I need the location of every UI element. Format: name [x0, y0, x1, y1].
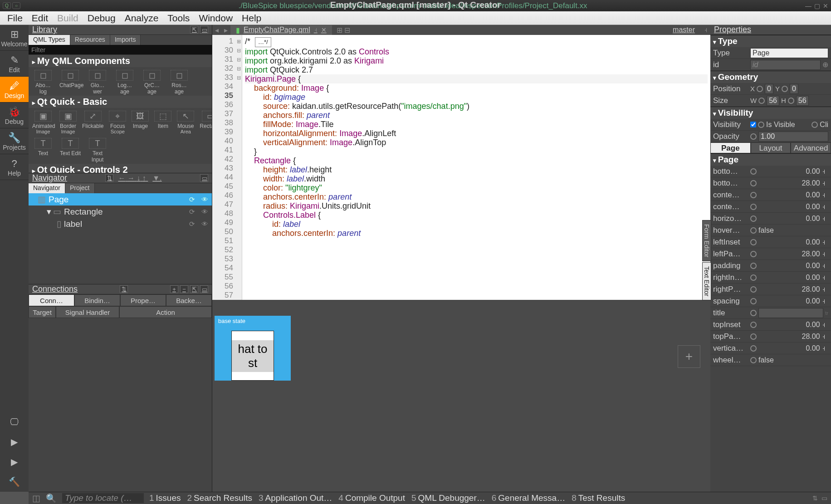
doc-back-icon[interactable]: ◂: [212, 26, 221, 34]
prop-id-input[interactable]: id: [750, 60, 821, 70]
library-item[interactable]: ◻ChatPage: [59, 70, 81, 95]
state-thumbnail[interactable]: base state hat to st: [215, 316, 291, 381]
doc-bookmark-icon[interactable]: ⊞: [337, 26, 342, 34]
prop-type-value[interactable]: Page: [750, 48, 828, 58]
prop-spin-input[interactable]: 28.00 ⫞: [758, 285, 828, 294]
prop-x-input[interactable]: 0: [765, 84, 773, 94]
export-icon[interactable]: ⊕: [822, 60, 828, 69]
visibility-toggle-icon[interactable]: 👁: [201, 208, 208, 216]
library-item[interactable]: ⬚Item: [154, 111, 171, 134]
connections-header[interactable]: Action: [119, 306, 212, 318]
output-pane-general-messa-[interactable]: 6 General Messa…: [492, 493, 565, 503]
navigator-item-label[interactable]: ▯label⟳👁: [29, 218, 212, 230]
connections-sort-icon[interactable]: ⇅: [120, 285, 128, 293]
mode-edit[interactable]: ✎Edit: [0, 51, 29, 77]
prop-spin-input[interactable]: 0.00 ⫞: [758, 238, 828, 246]
library-tab-qml-types[interactable]: QML Types: [29, 35, 70, 45]
export-toggle-icon[interactable]: ⟳: [189, 208, 195, 216]
navigator-up-icon[interactable]: ↑: [142, 174, 146, 182]
library-section[interactable]: Qt Quick - Controls 2: [29, 164, 212, 173]
library-close-icon[interactable]: ▭: [200, 26, 208, 34]
library-item[interactable]: ▣AnimatedImage: [32, 111, 54, 134]
library-item[interactable]: ↖MouseArea: [177, 111, 194, 134]
run-debug-icon[interactable]: ▶: [9, 452, 20, 472]
connections-remove-icon[interactable]: −: [180, 285, 188, 293]
export-toggle-icon[interactable]: ⟳: [189, 220, 195, 228]
run-icon[interactable]: ▶: [9, 432, 20, 452]
search-icon[interactable]: 🔍: [46, 493, 57, 504]
mode-projects[interactable]: 🔧Projects: [0, 128, 29, 154]
prop-spin-input[interactable]: 0.00 ⫞: [758, 297, 828, 305]
library-item[interactable]: ▭Rectangle: [200, 111, 212, 134]
titlebar-pin[interactable]: ○: [12, 2, 20, 9]
target-selector-icon[interactable]: 🖵: [9, 412, 20, 432]
prop-spin-input[interactable]: 0.00 ⫞: [758, 274, 828, 282]
navigator-sort-icon[interactable]: ⇅: [105, 174, 113, 182]
tab-navigator[interactable]: Navigator: [29, 183, 65, 193]
output-pane-issues[interactable]: 1 Issues: [149, 493, 181, 503]
doc-forward-icon[interactable]: ▸: [221, 26, 230, 34]
prop-spin-input[interactable]: 0.00 ⫞: [758, 191, 828, 199]
library-item[interactable]: ◻Ros…age: [168, 70, 190, 95]
section-visibility[interactable]: Visibility: [710, 107, 831, 119]
library-section[interactable]: My QML Components: [29, 55, 212, 67]
prop-spin-input[interactable]: 0.00 ⫞: [758, 344, 828, 352]
prop-spin-input[interactable]: 28.00 ⫞: [758, 250, 828, 258]
menu-file[interactable]: File: [4, 13, 26, 24]
connections-tab[interactable]: Backe…: [166, 294, 212, 306]
library-item[interactable]: ⤢Flickable: [82, 111, 103, 134]
navigator-right-icon[interactable]: →: [127, 174, 135, 182]
subtab-page[interactable]: Page: [710, 142, 751, 153]
export-toggle-icon[interactable]: ⟳: [189, 196, 195, 204]
connections-header[interactable]: Signal Handler: [56, 306, 119, 318]
visibility-toggle-icon[interactable]: 👁: [201, 196, 208, 204]
statusbar-progress-icon[interactable]: ▭: [821, 494, 827, 502]
statusbar-updown-icon[interactable]: ⇅: [812, 494, 818, 502]
library-item[interactable]: ⌖FocusScope: [109, 111, 126, 134]
prop-h-input[interactable]: 56: [796, 96, 809, 106]
connections-detach-icon[interactable]: ⇱: [190, 285, 198, 293]
connections-tab[interactable]: Prope…: [120, 294, 166, 306]
vcs-branch[interactable]: master: [666, 26, 701, 34]
is-visible-checkbox[interactable]: [750, 122, 756, 127]
connections-tab[interactable]: Bindin…: [74, 294, 120, 306]
navigator-down-icon[interactable]: ↓: [137, 174, 140, 182]
section-geometry[interactable]: Geometry: [710, 71, 831, 83]
form-editor-tab[interactable]: Form Editor: [702, 220, 711, 261]
library-item[interactable]: ▣BorderImage: [59, 111, 77, 134]
menu-analyze[interactable]: Analyze: [121, 13, 162, 24]
mode-debug[interactable]: 🐞Debug: [0, 103, 29, 128]
prop-w-input[interactable]: 56: [767, 96, 779, 106]
prop-text-input[interactable]: [758, 308, 823, 318]
doc-menu-icon[interactable]: ⫞: [701, 26, 710, 34]
navigator-close-icon[interactable]: ▭: [200, 174, 208, 182]
prop-spin-input[interactable]: 0.00 ⫞: [758, 321, 828, 329]
document-tab[interactable]: ▮ EmptyChatPage.qml ⫞ ✕: [230, 25, 332, 35]
subtab-advanced[interactable]: Advanced: [791, 142, 831, 153]
library-item[interactable]: TText: [32, 138, 54, 163]
output-pane-test-results[interactable]: 8 Test Results: [572, 493, 625, 503]
library-section[interactable]: Qt Quick - Basic: [29, 96, 212, 108]
visibility-toggle-icon[interactable]: 👁: [201, 220, 208, 228]
output-pane-qml-debugger-[interactable]: 5 QML Debugger…: [411, 493, 485, 503]
library-detach-icon[interactable]: ⇱: [190, 26, 198, 34]
mode-help[interactable]: ?Help: [0, 154, 29, 180]
prop-y-input[interactable]: 0: [790, 84, 798, 94]
section-type[interactable]: Type: [710, 35, 831, 47]
text-editor-tab[interactable]: Text Editor: [702, 262, 711, 300]
fold-column[interactable]: ⊞ ⊟⊟ ⊟ ⊟: [237, 35, 242, 300]
library-item[interactable]: ◻Abo…log: [32, 70, 54, 95]
library-item[interactable]: 🖼Image: [132, 111, 149, 134]
prop-spin-input[interactable]: 28.00 ⫞: [758, 179, 828, 187]
build-icon[interactable]: 🔨: [9, 472, 20, 492]
navigator-left-icon[interactable]: ←: [118, 174, 125, 182]
library-item[interactable]: ◻Glo…wer: [87, 70, 108, 95]
prop-spin-input[interactable]: 0.00 ⫞: [758, 167, 828, 176]
sidebar-toggle-icon[interactable]: ◫: [32, 493, 40, 504]
doc-split-icon[interactable]: ⫞: [314, 26, 318, 34]
prop-opacity-input[interactable]: 1.00: [758, 132, 828, 142]
library-item[interactable]: TText Input: [87, 138, 108, 163]
binding-indicator[interactable]: [782, 86, 788, 92]
connections-add-icon[interactable]: +: [170, 285, 178, 293]
library-tab-imports[interactable]: Imports: [110, 35, 141, 45]
